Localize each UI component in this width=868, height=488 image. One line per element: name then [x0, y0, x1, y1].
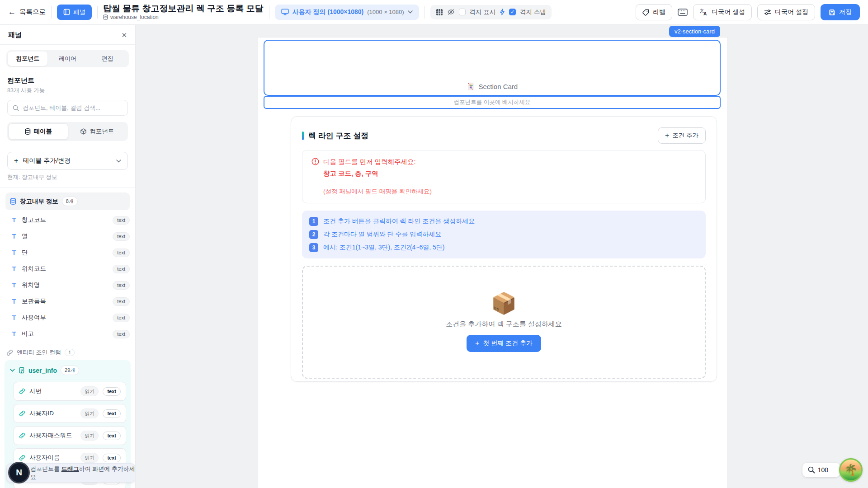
eye-off-icon: [447, 9, 455, 15]
component-search[interactable]: [7, 100, 128, 116]
component-dropzone[interactable]: 컴포넌트를 이곳에 배치하세요: [264, 96, 721, 109]
link-icon: [19, 388, 25, 394]
island-badge-icon[interactable]: 🌴: [839, 458, 863, 482]
source-tab-table[interactable]: 테이블: [9, 123, 68, 140]
entity-join-count-badge: 1: [65, 349, 75, 356]
link-icon: [6, 349, 13, 356]
field-name: 창고코드: [22, 216, 108, 224]
svg-text:A: A: [703, 11, 707, 16]
i18n-settings-button[interactable]: 다국어 설정: [757, 4, 815, 20]
field-row[interactable]: T 사용여부 text: [11, 310, 130, 326]
field-row[interactable]: T 보관품목 text: [11, 293, 130, 310]
field-name: 사용자이름: [29, 454, 76, 462]
dropzone-hint-text: 컴포넌트를 이곳에 배치하세요: [454, 99, 530, 106]
divider: [97, 6, 98, 19]
i18n-generate-button[interactable]: 文A 다국어 생성: [693, 4, 752, 20]
source-table-name: warehouse_location: [110, 14, 159, 20]
add-first-condition-button[interactable]: + 첫 번째 조건 추가: [467, 335, 541, 352]
grid-show-checkbox[interactable]: [459, 9, 466, 15]
source-toggle: 테이블 컴포넌트: [7, 122, 128, 141]
grid-snap-checkbox[interactable]: ✓: [509, 9, 516, 15]
save-button[interactable]: 저장: [821, 4, 860, 20]
entity-join-section-row[interactable]: 엔티티 조인 컬럼 1: [6, 348, 130, 357]
field-row[interactable]: T 위치코드 text: [11, 261, 130, 277]
field-row[interactable]: T 단 text: [11, 244, 130, 261]
table-group-name: 창고내부 정보: [20, 197, 58, 206]
viewport-selected-value: 사용자 정의 (1000×1080): [292, 8, 364, 16]
search-input[interactable]: [23, 104, 123, 111]
canvas-area: v2-section-card 🃏 Section Card 컴포넌트를 이곳에…: [136, 25, 868, 488]
field-name: 위치명: [22, 281, 108, 289]
add-condition-button[interactable]: + 조건 추가: [658, 127, 706, 144]
panel-tabs: 컴포넌트 레이어 편집: [6, 50, 129, 67]
section-card-component[interactable]: 🃏 Section Card: [264, 40, 721, 96]
grid-show-label: 격자 표시: [470, 8, 496, 16]
label-button[interactable]: 라벨: [636, 4, 672, 20]
notification-avatar[interactable]: N: [8, 462, 30, 483]
tab-layers[interactable]: 레이어: [47, 52, 87, 66]
field-row[interactable]: T 위치명 text: [11, 277, 130, 293]
source-tab-component[interactable]: 컴포넌트: [68, 123, 127, 140]
selection-tag: v2-section-card: [669, 26, 720, 37]
grid-options-group: 격자 표시 ✓ 격자 스냅: [430, 5, 552, 19]
join-table-header[interactable]: user_info 29개: [7, 362, 128, 379]
field-name: 사용자ID: [29, 409, 76, 418]
text-type-icon: T: [11, 233, 17, 240]
divider: [0, 188, 135, 188]
read-only-badge: 읽기: [80, 453, 99, 463]
field-type-badge: text: [113, 216, 130, 225]
rack-card-header: 렉 라인 구조 설정 + 조건 추가: [302, 127, 706, 144]
field-row[interactable]: T 비고 text: [11, 326, 130, 342]
field-type-badge: text: [103, 387, 121, 396]
database-icon: [10, 198, 16, 205]
drag-hint-text: 컴포넌트를 드래그하여 화면에 추가하세요: [30, 465, 135, 481]
text-type-icon: T: [11, 265, 17, 272]
box-emoji-icon: 📦: [491, 293, 517, 314]
app-root: ← 목록으로 패널 탑씰 물류 창고정보관리 렉 구조 등록 모달 wareho…: [0, 0, 868, 488]
text-type-icon: T: [11, 298, 17, 305]
back-arrow-icon: ←: [8, 8, 16, 17]
page-subtitle: warehouse_location: [103, 14, 264, 20]
list-item[interactable]: 사번 읽기 text: [14, 382, 126, 401]
keyboard-shortcuts-button[interactable]: [678, 9, 688, 16]
rack-structure-card: 렉 라인 구조 설정 + 조건 추가 다음 필드를 먼저 입력해주세요: 창고 …: [291, 116, 717, 382]
tab-edit[interactable]: 편집: [88, 52, 127, 66]
list-item[interactable]: 사용자ID 읽기 text: [14, 404, 126, 423]
cube-icon: [80, 128, 86, 135]
panel-header: 패널 ✕: [0, 25, 135, 45]
conditions-empty-state: 📦 조건을 추가하여 렉 구조를 설정하세요 + 첫 번째 조건 추가: [302, 266, 706, 379]
instruction-steps: 1 조건 추가 버튼을 클릭하여 렉 라인 조건을 생성하세요 2 각 조건마다…: [302, 211, 706, 258]
sliders-icon: [764, 9, 771, 15]
components-panel: 패널 ✕ 컴포넌트 레이어 편집 컴포넌트 83개 사용 가능 테이블: [0, 25, 136, 488]
building-icon: [19, 367, 25, 374]
field-type-badge: text: [103, 432, 121, 440]
close-icon[interactable]: ✕: [121, 31, 127, 39]
plus-icon: +: [475, 340, 479, 347]
list-item[interactable]: 사용자패스워드 읽기 text: [14, 426, 126, 445]
field-name: 사용자패스워드: [29, 432, 76, 440]
read-only-badge: 읽기: [80, 386, 99, 396]
step-row: 3 예시: 조건1(1~3열, 3단), 조건2(4~6열, 5단): [309, 243, 698, 252]
text-type-icon: T: [11, 249, 17, 256]
field-type-badge: text: [113, 330, 130, 338]
viewport-size-dropdown[interactable]: 사용자 정의 (1000×1080) (1000 × 1080): [275, 5, 419, 20]
chevron-down-icon: [408, 10, 413, 14]
lightning-icon: [500, 9, 505, 15]
table-group-row[interactable]: 창고내부 정보 8개: [5, 192, 130, 210]
back-to-list-button[interactable]: ← 목록으로: [8, 8, 46, 17]
field-row[interactable]: T 열 text: [11, 228, 130, 244]
add-condition-label: 조건 추가: [672, 131, 698, 140]
field-name: 사번: [29, 387, 76, 395]
link-icon: [19, 455, 25, 461]
field-name: 비고: [22, 330, 108, 338]
add-table-button[interactable]: + 테이블 추가/변경: [7, 152, 128, 170]
panel-mode-button[interactable]: 패널: [57, 5, 92, 20]
field-row[interactable]: T 창고코드 text: [11, 212, 130, 228]
grid-icon: [436, 9, 443, 16]
step-text: 각 조건마다 열 범위와 단 수를 입력하세요: [323, 230, 441, 239]
title-block: 탑씰 물류 창고정보관리 렉 구조 등록 모달 warehouse_locati…: [103, 4, 264, 21]
tab-components[interactable]: 컴포넌트: [8, 52, 47, 66]
zoom-control[interactable]: 100: [802, 463, 840, 477]
step-number-badge: 3: [309, 243, 318, 252]
entity-join-label: 엔티티 조인 컬럼: [17, 348, 61, 357]
